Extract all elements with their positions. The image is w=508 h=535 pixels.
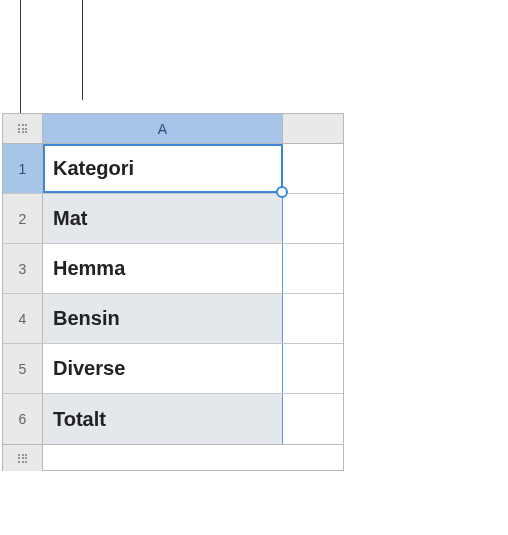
cell-value: Mat — [53, 207, 87, 230]
cell-A1[interactable]: Kategori — [43, 144, 283, 193]
row-number-label: 2 — [19, 211, 27, 227]
grip-icon — [18, 124, 27, 133]
cell-extra — [283, 344, 343, 393]
row-number-label: 6 — [19, 411, 27, 427]
table-row: 4Bensin — [3, 294, 343, 344]
row-header-1[interactable]: 1 — [3, 144, 43, 193]
bottom-spacer — [43, 445, 343, 470]
cell-extra — [283, 144, 343, 193]
row-number-label: 1 — [19, 161, 27, 177]
row-header-3[interactable]: 3 — [3, 244, 43, 293]
cell-A5[interactable]: Diverse — [43, 344, 283, 393]
column-header-label: A — [158, 121, 167, 137]
cell-value: Totalt — [53, 408, 106, 431]
callout-line-1 — [20, 0, 21, 113]
column-header-A[interactable]: A — [43, 114, 283, 143]
selection-handle[interactable] — [276, 186, 288, 198]
cell-extra — [283, 244, 343, 293]
spreadsheet-table: A 1Kategori2Mat3Hemma4Bensin5Diverse6Tot… — [2, 113, 344, 471]
row-header-2[interactable]: 2 — [3, 194, 43, 243]
table-row: 5Diverse — [3, 344, 343, 394]
grip-icon — [18, 454, 27, 463]
table-row: 1Kategori — [3, 144, 343, 194]
row-number-label: 3 — [19, 261, 27, 277]
row-header-5[interactable]: 5 — [3, 344, 43, 393]
cell-value: Diverse — [53, 357, 125, 380]
row-header-6[interactable]: 6 — [3, 394, 43, 444]
cell-A3[interactable]: Hemma — [43, 244, 283, 293]
cell-extra — [283, 394, 343, 444]
column-header-row: A — [3, 114, 343, 144]
table-row: 3Hemma — [3, 244, 343, 294]
cell-value: Hemma — [53, 257, 125, 280]
cell-extra — [283, 194, 343, 243]
row-header-4[interactable]: 4 — [3, 294, 43, 343]
cell-A4[interactable]: Bensin — [43, 294, 283, 343]
row-number-label: 5 — [19, 361, 27, 377]
add-row-handle[interactable] — [3, 445, 43, 471]
cell-extra — [283, 294, 343, 343]
bottom-handle-row — [3, 444, 343, 470]
column-header-extra[interactable] — [283, 114, 343, 143]
select-all-corner[interactable] — [3, 114, 43, 143]
data-rows: 1Kategori2Mat3Hemma4Bensin5Diverse6Total… — [3, 144, 343, 444]
cell-value: Bensin — [53, 307, 120, 330]
table-row: 2Mat — [3, 194, 343, 244]
row-number-label: 4 — [19, 311, 27, 327]
cell-value: Kategori — [53, 157, 134, 180]
callout-line-2 — [82, 0, 83, 100]
table-row: 6Totalt — [3, 394, 343, 444]
cell-A6[interactable]: Totalt — [43, 394, 283, 444]
cell-A2[interactable]: Mat — [43, 194, 283, 243]
